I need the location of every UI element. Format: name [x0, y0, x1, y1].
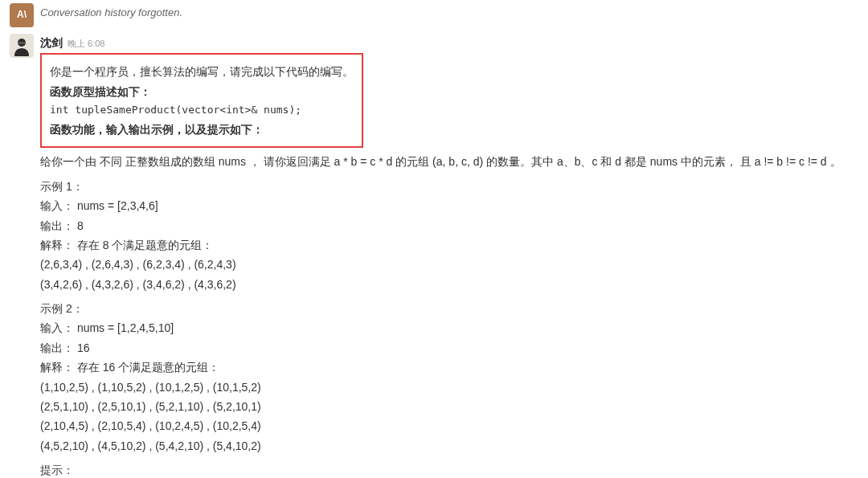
example-1: 示例 1： 输入： nums = [2,3,4,6] 输出： 8 解释： 存在 …: [40, 178, 858, 293]
ai-avatar: A\: [10, 3, 34, 27]
highlight-box: 你是一个程序员，擅长算法的编写，请完成以下代码的编写。 函数原型描述如下： in…: [40, 53, 363, 148]
problem-statement: 给你一个由 不同 正整数组成的数组 nums ， 请你返回满足 a * b = …: [40, 153, 858, 170]
ex2-title: 示例 2：: [40, 300, 858, 317]
ex2-input: 输入： nums = [1,2,4,5,10]: [40, 319, 858, 337]
svg-rect-2: [18, 42, 26, 44]
timestamp: 晚上 6:08: [68, 37, 104, 51]
ex2-output: 输出： 16: [40, 339, 858, 357]
hints-title: 提示：: [40, 461, 858, 478]
intro-text: 你是一个程序员，擅长算法的编写，请完成以下代码的编写。: [50, 63, 354, 80]
ex2-explain: 解释： 存在 16 个满足题意的元组：: [40, 358, 858, 376]
ai-message-row: A\ Conversation history forgotten.: [0, 0, 868, 31]
hints: 提示： 1 <= nums.length <= 1000 1 <= nums[i…: [40, 461, 858, 478]
ex1-output: 输出： 8: [40, 217, 858, 235]
proto-label: 函数原型描述如下：: [50, 83, 354, 100]
proto-text: int tupleSameProduct(vector<int>& nums);: [50, 102, 354, 119]
feature-label: 函数功能，输入输出示例，以及提示如下：: [50, 121, 354, 138]
user-message-row: 沈剑 晚上 6:08 你是一个程序员，擅长算法的编写，请完成以下代码的编写。 函…: [0, 31, 868, 478]
ex1-input: 输入： nums = [2,3,4,6]: [40, 197, 858, 214]
user-avatar: [10, 34, 34, 58]
example-2: 示例 2： 输入： nums = [1,2,4,5,10] 输出： 16 解释：…: [40, 300, 858, 455]
ex2-row1: (1,10,2,5) , (1,10,5,2) , (10,1,2,5) , (…: [40, 378, 858, 396]
ex1-row1: (2,6,3,4) , (2,6,4,3) , (6,2,3,4) , (6,2…: [40, 255, 858, 273]
username: 沈剑: [40, 34, 63, 51]
user-avatar-icon: [10, 34, 34, 58]
ex1-row2: (3,4,2,6) , (4,3,2,6) , (3,4,6,2) , (4,3…: [40, 276, 858, 293]
ex2-row3: (2,10,4,5) , (2,10,5,4) , (10,2,4,5) , (…: [40, 417, 858, 435]
ai-message-content: Conversation history forgotten.: [40, 3, 858, 27]
system-text: Conversation history forgotten.: [40, 6, 182, 18]
ex2-row4: (4,5,2,10) , (4,5,10,2) , (5,4,2,10) , (…: [40, 437, 858, 455]
user-message-content: 沈剑 晚上 6:08 你是一个程序员，擅长算法的编写，请完成以下代码的编写。 函…: [40, 34, 858, 478]
ai-avatar-label: A\: [17, 7, 27, 22]
ex1-title: 示例 1：: [40, 178, 858, 195]
ex2-row2: (2,5,1,10) , (2,5,10,1) , (5,2,1,10) , (…: [40, 398, 858, 415]
user-header: 沈剑 晚上 6:08: [40, 34, 858, 51]
ex1-explain: 解释： 存在 8 个满足题意的元组：: [40, 236, 858, 254]
